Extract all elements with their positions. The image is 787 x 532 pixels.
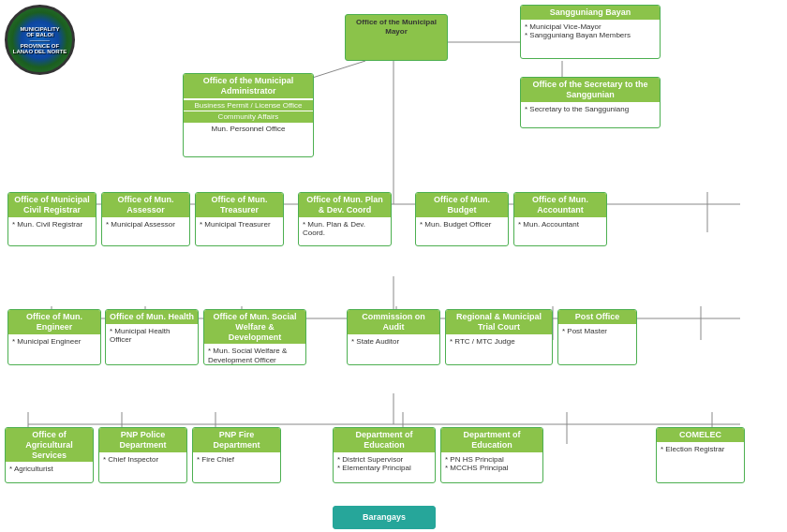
civil-registrar-header: Office of Municipal Civil Registrar [8,193,96,217]
budget-box: Office of Mun. Budget * Mun. Budget Offi… [415,192,509,246]
budget-header: Office of Mun. Budget [416,193,508,217]
health-box: Office of Mun. Health * Municipal Health… [105,309,199,365]
social-welfare-box: Office of Mun. Social Welfare & Developm… [203,309,306,365]
treasurer-header: Office of Mun. Treasurer [196,193,283,217]
logo-text: MUNICIPALITYOF BALOI─────PROVINCE OFLANA… [13,26,67,54]
plan-dev-body: * Mun. Plan & Dev. Coord. [303,219,387,238]
secretary-body: * Secretary to the Sangguniang [525,104,656,114]
logo: MUNICIPALITYOF BALOI─────PROVINCE OFLANA… [5,5,75,75]
post-office-body: * Post Master [562,326,632,336]
audit-box: Commission on Audit * State Auditor [347,309,440,365]
engineer-body: * Municipal Engineer [12,336,97,347]
engineer-box: Office of Mun. Engineer * Municipal Engi… [7,309,101,365]
pnp-police-box: PNP Police Department * Chief Inspector [98,427,187,483]
agricultural-header: Office of Agricultural Services [6,428,93,462]
pnp-fire-header: PNP Fire Department [193,428,280,452]
accountant-header: Office of Mun. Accountant [514,193,606,217]
deped2-header: Department of Education [441,428,542,452]
comelec-box: COMELEC * Election Registrar [656,427,745,483]
assessor-body: * Municipal Assessor [106,219,186,229]
deped2-body: * PN HS Principal* MCCHS Principal [445,454,539,473]
trial-court-body: * RTC / MTC Judge [450,336,548,347]
civil-registrar-box: Office of Municipal Civil Registrar * Mu… [7,192,97,246]
comelec-body: * Election Registrar [661,444,740,454]
deped2-box: Department of Education * PN HS Principa… [440,427,543,483]
barangays-label: Barangays [363,512,406,523]
health-header: Office of Mun. Health [106,310,198,324]
org-chart: MUNICIPALITYOF BALOI─────PROVINCE OFLANA… [0,0,787,532]
deped1-header: Department of Education [334,428,435,452]
post-office-header: Post Office [558,310,636,324]
pnp-fire-box: PNP Fire Department * Fire Chief [192,427,281,483]
sangguniang-bayan-box: Sangguniang Bayan * Municipal Vice-Mayor… [520,5,661,59]
plan-dev-header: Office of Mun. Plan & Dev. Coord [299,193,391,217]
budget-body: * Mun. Budget Officer [420,219,504,229]
audit-header: Commission on Audit [348,310,439,334]
trial-court-box: Regional & Municipal Trial Court * RTC /… [445,309,553,365]
sangguniang-bayan-body: * Municipal Vice-Mayor* Sangguniang Baya… [525,22,656,40]
deped1-box: Department of Education * District Super… [333,427,436,483]
mayor-header: Office of the Municipal Mayor [356,18,437,36]
sangguniang-bayan-header: Sangguniang Bayan [521,6,660,20]
pnp-police-body: * Chief Inspector [103,454,183,465]
treasurer-body: * Municipal Treasurer [200,219,279,229]
pnp-police-header: PNP Police Department [99,428,186,452]
plan-dev-box: Office of Mun. Plan & Dev. Coord * Mun. … [298,192,392,246]
treasurer-box: Office of Mun. Treasurer * Municipal Tre… [195,192,284,246]
secretary-header: Office of the Secretary to the Sanggunia… [521,78,660,102]
comelec-header: COMELEC [657,428,744,442]
barangays-box: Barangays [333,506,436,529]
assessor-box: Office of Mun. Assessor * Municipal Asse… [101,192,190,246]
pnp-fire-body: * Fire Chief [197,454,276,465]
engineer-header: Office of Mun. Engineer [8,310,100,334]
agricultural-box: Office of Agricultural Services * Agricu… [5,427,94,483]
audit-body: * State Auditor [351,336,436,347]
administrator-header: Office of the Municipal Administrator [184,74,313,98]
social-welfare-body: * Mun. Social Welfare & Development Offi… [208,346,302,364]
accountant-box: Office of Mun. Accountant * Mun. Account… [513,192,607,246]
accountant-body: * Mun. Accountant [518,219,602,229]
mayor-box: Office of the Municipal Mayor [345,14,448,61]
deped1-body: * District Supervisor* Elementary Princi… [337,454,431,473]
agricultural-body: * Agriculturist [9,464,89,474]
post-office-box: Post Office * Post Master [557,309,637,365]
secretary-box: Office of the Secretary to the Sanggunia… [520,77,661,128]
trial-court-header: Regional & Municipal Trial Court [446,310,552,334]
assessor-header: Office of Mun. Assessor [102,193,189,217]
social-welfare-header: Office of Mun. Social Welfare & Developm… [204,310,305,344]
civil-registrar-body: * Mun. Civil Registrar [12,219,92,229]
administrator-box: Office of the Municipal Administrator Bu… [183,73,314,157]
health-body: * Municipal Health Officer [110,326,194,345]
